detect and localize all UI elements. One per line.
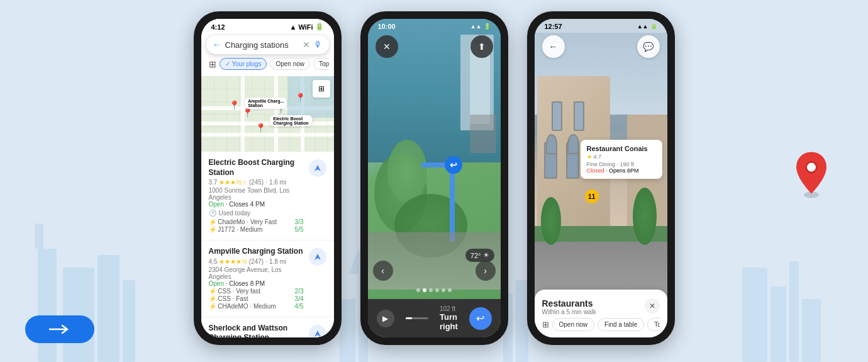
phone2-screen: ↩ 10:00 ▲▲ 🔋 [368,19,501,337]
result1-hours: Open · Closes 4 PM [209,201,304,208]
result3-navigate-button[interactable] [309,325,326,337]
panel-filter-chips: ⊞ Open now Find a table Top-rated More [542,318,660,331]
map-layers-button[interactable]: ⊞ [313,80,330,98]
back-arrow-icon[interactable]: ← [213,40,221,50]
phone3-status-icons: ▲▲ 🔋 [637,23,657,30]
nav-play-button[interactable]: ▶ [377,310,394,327]
result1-name: Electric Boost Charging Station [209,158,304,178]
nav-progress-fill [406,317,413,319]
search-text: Charging stations [225,40,299,50]
nav-side-arrows: ‹ › [368,261,501,281]
result1-reviews: (245) [249,179,264,186]
charger1-detail2: ⚡ J1772 · Medium 5/5 [209,226,304,233]
svg-marker-19 [314,254,321,260]
nav-route-road [450,162,455,242]
result3-info: Sherlock and Wattson Charging Station 4.… [209,324,304,337]
marker-number: 11 [588,193,595,200]
phone1-screen: 4:12 ▲ WiFi 🔋 ← Charging stations ✕ 🎙 [201,19,334,337]
result2-stars: ★★★★½ [219,258,247,265]
clear-icon[interactable]: ✕ [303,40,310,50]
map-pin-2: 📍 [229,100,240,110]
navigate-icon [313,252,322,261]
result3-name: Sherlock and Wattson Charging Station [209,324,304,337]
popup-restaurant-name: Restaurant Conais [587,145,656,152]
phones-container: 4:12 ▲ WiFi 🔋 ← Charging stations ✕ 🎙 [0,0,868,345]
blue-arrow-button[interactable] [25,315,94,343]
result2-rating-value: 4.5 [209,258,218,265]
nav-progress-bar [406,317,429,319]
popup-category: Fine Dining · 190 ft [587,161,656,167]
filter-chips: ⊞ ✓ Your plugs Open now Top rated [206,54,329,72]
nav-next-button[interactable]: › [476,261,496,281]
map-pin-4: 📍 [295,93,306,103]
bottom-panel: Restaurants Within a 5 min walk ✕ ⊞ Open… [535,290,667,337]
phone3-status-bar: 12:57 ▲▲ 🔋 [535,19,667,33]
yellow-place-marker[interactable]: 11 [585,189,599,203]
panel-chip-find-table[interactable]: Find a table [598,318,644,331]
nav-prev-button[interactable]: ‹ [373,261,393,281]
result1-stars: ★★★½☆ [219,179,247,186]
panel-filter-icon[interactable]: ⊞ [542,318,549,331]
phone-navigation: ↩ 10:00 ▲▲ 🔋 [360,11,508,345]
phone2-time: 10:00 [378,23,396,30]
popup-opens-text: · Opens 6PM [606,167,639,174]
nav-share-button[interactable]: ⬆ [470,35,493,58]
phone-maps-search: 4:12 ▲ WiFi 🔋 ← Charging stations ✕ 🎙 [194,11,342,345]
phone1-time: 4:12 [211,23,225,31]
phone3-top-buttons: ← 💬 [542,35,660,58]
check-icon: ✓ [225,60,230,67]
result1-navigate-button[interactable] [309,159,326,177]
chip-open-now[interactable]: Open now [270,58,310,70]
result2-address: 2304 George Avenue, Los Angeles [209,266,304,280]
popup-closed-text: Closed [587,167,604,174]
result-item-sherlock[interactable]: Sherlock and Wattson Charging Station 4.… [201,317,334,337]
result-item-ampville[interactable]: Ampville Charging Station 4.5 ★★★★½ (247… [201,240,334,317]
filter-icon[interactable]: ⊞ [209,58,216,70]
result2-reviews: (247) [249,258,264,265]
mic-icon[interactable]: 🎙 [314,40,323,50]
navigate-icon [313,329,322,337]
temp-value: 72° [470,252,481,259]
map-area[interactable]: 📍 📍 📍 📍 📍 Ampville Charg...Station Elect… [201,76,334,152]
result2-navigate-button[interactable] [309,248,326,266]
popup-rating-value: 4.7 [594,154,602,160]
arrow-right-icon [48,323,71,336]
result1-rating: 3.7 ★★★½☆ (245) · 1.6 mi [209,179,304,186]
chip-your-plugs[interactable]: ✓ Your plugs [220,58,267,70]
panel-close-button[interactable]: ✕ [645,298,660,314]
turn-info: 102 ft Turn right [440,305,463,331]
result1-info: Electric Boost Charging Station 3.7 ★★★½… [209,158,304,234]
chip-top-rated[interactable]: Top rated [313,58,329,70]
phone1-status-bar: 4:12 ▲ WiFi 🔋 [201,19,334,33]
result1-distance: 1.6 mi [269,179,286,186]
result-item-electric-boost[interactable]: Electric Boost Charging Station 3.7 ★★★½… [201,152,334,240]
phone3-back-button[interactable]: ← [542,35,565,58]
charger2-detail2: ⚡ CSS · Fast 3/4 [209,295,304,302]
phone2-status-icons: ▲▲ 🔋 [470,23,491,30]
panel-title: Restaurants [542,298,596,308]
result2-name: Ampville Charging Station [209,247,304,257]
panel-subtitle: Within a 5 min walk [542,308,596,315]
result2-rating: 4.5 ★★★★½ (247) · 1.8 mi [209,258,304,265]
result1-used: 🕐 Used today [209,210,304,217]
phone2-status-bar: 10:00 ▲▲ 🔋 [368,19,501,33]
result1-rating-value: 3.7 [209,179,218,186]
nav-progress-dots [368,288,501,292]
phone3-screen: 12:57 ▲▲ 🔋 ← 💬 Restaurant Conais ★ [535,19,667,337]
svg-marker-18 [314,165,321,171]
turn-direction-icon: ↩ [469,307,492,330]
popup-status: Closed · Opens 6PM [587,167,656,174]
turn-distance: 102 ft [440,305,463,312]
panel-chip-open-now[interactable]: Open now [552,318,595,331]
panel-chip-top-rated[interactable]: Top-rated [647,318,659,331]
phone3-chat-button[interactable]: 💬 [637,35,660,58]
restaurant-popup[interactable]: Restaurant Conais ★ 4.7 Fine Dining · 19… [581,140,662,179]
charger2-detail1: ⚡ CSS · Very fast 2/3 [209,288,304,295]
panel-header: Restaurants Within a 5 min walk ✕ [542,298,660,315]
popup-rating: ★ 4.7 [587,154,656,160]
search-bar[interactable]: ← Charging stations ✕ 🎙 [206,35,329,54]
map-pin-decoration [793,149,830,202]
nav-close-button[interactable]: ✕ [376,35,398,58]
svg-marker-20 [314,331,321,337]
phone1-status-icons: ▲ WiFi 🔋 [289,23,323,31]
